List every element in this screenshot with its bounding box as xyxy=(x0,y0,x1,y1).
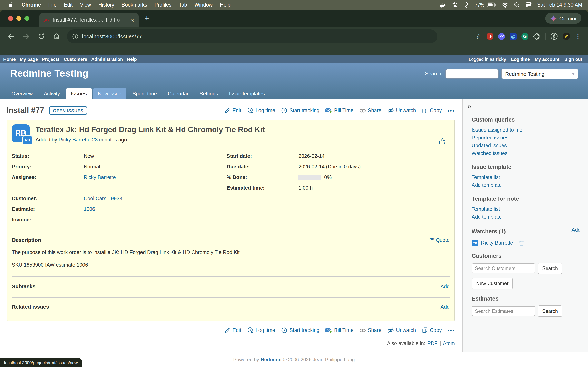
menubar-item-history[interactable]: History xyxy=(95,2,118,8)
open-issues-badge[interactable]: OPEN ISSUES xyxy=(49,106,87,115)
assignee-link[interactable]: Ricky Barrette xyxy=(84,175,116,180)
menubar-item-view[interactable]: View xyxy=(76,2,95,8)
pet-app-icon[interactable] xyxy=(452,2,458,8)
sidebar-link-add-template[interactable]: Add template xyxy=(472,182,581,189)
new-tab-button[interactable]: + xyxy=(145,14,149,23)
grammarly-icon[interactable]: G xyxy=(521,33,528,40)
more-actions-button[interactable]: ••• xyxy=(448,108,455,114)
bill-time-button[interactable]: Bill Time xyxy=(325,327,354,333)
close-window-button[interactable] xyxy=(8,16,13,21)
more-actions-button[interactable]: ••• xyxy=(448,327,455,333)
top-menu-my-account[interactable]: My account xyxy=(535,57,559,62)
global-search-input[interactable] xyxy=(445,69,499,79)
customer-search-button[interactable]: Search xyxy=(538,263,562,274)
estimate-search-input[interactable] xyxy=(472,306,535,316)
sidebar-link-template-list[interactable]: Template list xyxy=(472,174,581,182)
extension-indigo-icon[interactable] xyxy=(498,33,505,40)
top-menu-projects[interactable]: Projects xyxy=(42,57,60,62)
top-menu-help[interactable]: Help xyxy=(127,57,137,62)
share-button[interactable]: Share xyxy=(359,108,381,113)
menubar-item-file[interactable]: File xyxy=(44,2,60,8)
menubar-item-profiles[interactable]: Profiles xyxy=(151,2,175,8)
control-center-icon[interactable] xyxy=(525,2,531,8)
profile-avatar[interactable] xyxy=(563,33,570,40)
spotlight-icon[interactable] xyxy=(514,2,520,8)
quote-button[interactable]: ””Quote xyxy=(429,237,450,243)
sidebar-collapse-icon[interactable]: » xyxy=(467,103,471,110)
start-tracking-button[interactable]: Start tracking xyxy=(281,107,320,114)
back-button[interactable] xyxy=(5,30,17,42)
watcher-name-link[interactable]: Ricky Barrette xyxy=(481,240,513,246)
menubar-item-window[interactable]: Window xyxy=(191,2,216,8)
sidebar-link-issues-assigned[interactable]: Issues assigned to me xyxy=(472,126,581,134)
forward-button[interactable] xyxy=(20,30,32,42)
tab-calendar[interactable]: Calendar xyxy=(163,88,193,100)
estimate-search-button[interactable]: Search xyxy=(538,305,562,317)
customer-link[interactable]: Cool Cars - 9933 xyxy=(84,196,122,201)
genie-app-icon[interactable] xyxy=(464,2,469,8)
apple-menu[interactable] xyxy=(5,2,18,8)
new-customer-button[interactable]: New Customer xyxy=(472,278,513,289)
url-text[interactable]: localhost:3000/issues/77 xyxy=(82,33,142,39)
project-jump-select[interactable]: Redmine Testing ▾ xyxy=(502,68,578,79)
sidebar-link-watched-issues[interactable]: Watched issues xyxy=(472,150,581,157)
start-tracking-button[interactable]: Start tracking xyxy=(281,327,320,334)
tab-new-issue[interactable]: New issue xyxy=(93,88,126,100)
share-button[interactable]: Share xyxy=(359,327,381,333)
extensions-puzzle-icon[interactable] xyxy=(533,33,540,40)
gemini-button[interactable]: Gemini xyxy=(545,13,581,24)
delete-watcher-trash-icon[interactable] xyxy=(518,240,524,246)
estimate-link[interactable]: 1006 xyxy=(84,206,95,212)
copy-button[interactable]: Copy xyxy=(422,327,442,334)
sidebar-link-template-list[interactable]: Template list xyxy=(472,206,581,213)
docker-icon[interactable] xyxy=(440,2,447,8)
energy-extension-icon[interactable] xyxy=(550,33,558,40)
wifi-icon[interactable] xyxy=(502,2,508,8)
top-menu-my-page[interactable]: My page xyxy=(20,57,38,62)
tab-overview[interactable]: Overview xyxy=(7,88,38,100)
battery-indicator[interactable]: 77% xyxy=(475,2,496,8)
menubar-item-edit[interactable]: Edit xyxy=(60,2,76,8)
menubar-clock[interactable]: Sat Feb 14 9:30 AM xyxy=(537,2,582,8)
unwatch-button[interactable]: Unwatch xyxy=(387,327,416,334)
browser-tab[interactable]: Install #77: Teraflex Jk: Hd Fo × xyxy=(39,13,139,27)
log-time-button[interactable]: Log time xyxy=(247,327,275,334)
extension-mail-icon[interactable]: @ xyxy=(510,33,517,40)
menubar-item-chrome[interactable]: Chrome xyxy=(18,2,44,8)
home-button[interactable] xyxy=(50,30,62,42)
author-link[interactable]: Ricky Barrette xyxy=(59,137,91,143)
top-menu-log-time[interactable]: Log time xyxy=(511,57,530,62)
top-menu-customers[interactable]: Customers xyxy=(64,57,87,62)
sidebar-link-updated-issues[interactable]: Updated issues xyxy=(472,142,581,150)
minimize-window-button[interactable] xyxy=(16,16,21,21)
add-related-issue-link[interactable]: Add xyxy=(441,304,450,310)
current-user-link[interactable]: ricky xyxy=(496,57,506,62)
edit-button[interactable]: Edit xyxy=(224,327,241,333)
add-watcher-link[interactable]: Add xyxy=(572,227,581,233)
pdf-link[interactable]: PDF xyxy=(427,341,438,346)
tab-spent-time[interactable]: Spent time xyxy=(128,88,162,100)
log-time-button[interactable]: Log time xyxy=(247,107,275,114)
copy-button[interactable]: Copy xyxy=(422,107,442,114)
site-info-icon[interactable] xyxy=(72,33,78,39)
unwatch-button[interactable]: Unwatch xyxy=(387,107,416,114)
menubar-item-bookmarks[interactable]: Bookmarks xyxy=(118,2,151,8)
tab-issue-templates[interactable]: Issue templates xyxy=(224,88,270,100)
bookmark-star-icon[interactable]: ☆ xyxy=(476,32,482,41)
redmine-link[interactable]: Redmine xyxy=(261,357,281,362)
menubar-item-help[interactable]: Help xyxy=(216,2,234,8)
address-bar[interactable]: localhost:3000/issues/77 xyxy=(67,29,437,43)
tab-close-icon[interactable]: × xyxy=(130,17,135,23)
top-menu-administration[interactable]: Administration xyxy=(91,57,123,62)
browser-menu-icon[interactable]: ⋮ xyxy=(575,33,581,40)
bill-time-button[interactable]: Bill Time xyxy=(325,108,354,113)
top-menu-home[interactable]: Home xyxy=(3,57,16,62)
tab-activity[interactable]: Activity xyxy=(39,88,65,100)
add-subtask-link[interactable]: Add xyxy=(441,284,450,289)
added-time-link[interactable]: 23 minutes xyxy=(92,137,117,143)
zoom-window-button[interactable] xyxy=(25,16,29,21)
customer-search-input[interactable] xyxy=(472,263,535,273)
atom-link[interactable]: Atom xyxy=(443,341,455,346)
sidebar-link-reported-issues[interactable]: Reported issues xyxy=(472,134,581,142)
tab-settings[interactable]: Settings xyxy=(195,88,223,100)
